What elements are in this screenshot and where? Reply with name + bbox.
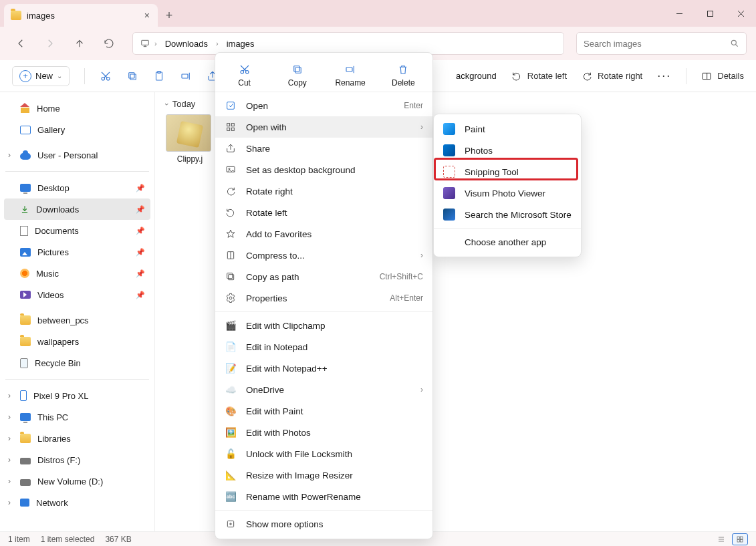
monitor-icon bbox=[140, 39, 150, 48]
cut-icon[interactable] bbox=[100, 70, 112, 82]
sidebar-folder[interactable]: wallpapers bbox=[4, 331, 150, 352]
ctx-cut[interactable]: Cut bbox=[225, 61, 265, 90]
paste-icon[interactable] bbox=[153, 70, 165, 82]
up-button[interactable] bbox=[68, 32, 91, 55]
ctx-resizer[interactable]: 📐Resize with Image Resizer bbox=[215, 464, 432, 486]
ctx-more-options[interactable]: Show more options bbox=[215, 513, 432, 535]
details-button[interactable]: Details bbox=[701, 71, 744, 82]
minimize-button[interactable] bbox=[664, 0, 695, 27]
ctx-copy-path[interactable]: Copy as pathCtrl+Shift+C bbox=[215, 266, 432, 287]
search-icon bbox=[730, 39, 739, 48]
thumbnails-view-button[interactable] bbox=[732, 533, 748, 545]
ctx-rotate-left[interactable]: Rotate left bbox=[215, 202, 432, 223]
rename-icon: 🔤 bbox=[225, 491, 237, 503]
more-button[interactable]: ··· bbox=[657, 69, 671, 83]
sidebar-recycle[interactable]: Recycle Bin bbox=[4, 352, 150, 374]
sidebar-thispc[interactable]: This PC bbox=[4, 406, 150, 428]
sidebar-drive[interactable]: Distros (F:) bbox=[4, 449, 150, 470]
forward-button[interactable] bbox=[39, 32, 61, 55]
ctx-properties[interactable]: PropertiesAlt+Enter bbox=[215, 287, 432, 309]
active-tab[interactable]: images × bbox=[4, 4, 158, 27]
ctx-favorites[interactable]: Add to Favorites bbox=[215, 223, 432, 245]
sidebar-drive[interactable]: New Volume (D:) bbox=[4, 470, 150, 492]
svg-rect-17 bbox=[703, 73, 711, 79]
ctx-open[interactable]: OpenEnter bbox=[215, 95, 432, 116]
sidebar-folder[interactable]: between_pcs bbox=[4, 309, 150, 331]
svg-rect-44 bbox=[741, 539, 743, 542]
details-view-button[interactable] bbox=[713, 533, 729, 545]
submenu-photos[interactable]: Photos bbox=[434, 140, 581, 161]
download-icon bbox=[20, 204, 29, 214]
ctx-copy[interactable]: Copy bbox=[277, 61, 318, 90]
desktop-icon bbox=[20, 184, 31, 192]
file-thumbnail[interactable]: Clippy.j bbox=[166, 114, 214, 164]
pin-icon: 📌 bbox=[136, 269, 145, 278]
sidebar-network[interactable]: Network bbox=[4, 492, 150, 513]
sidebar-gallery[interactable]: Gallery bbox=[4, 119, 150, 140]
submenu-ms-store[interactable]: Search the Microsoft Store bbox=[434, 204, 581, 225]
photos-icon: 🖼️ bbox=[225, 426, 237, 438]
submenu-paint[interactable]: Paint bbox=[434, 118, 581, 140]
onedrive-icon: ☁️ bbox=[225, 384, 237, 396]
ctx-locksmith[interactable]: 🔓Unlock with File Locksmith bbox=[215, 443, 432, 464]
back-button[interactable] bbox=[9, 32, 32, 55]
ctx-paint[interactable]: 🎨Edit with Paint bbox=[215, 400, 432, 422]
submenu-visum[interactable]: Visum Photo Viewer bbox=[434, 182, 581, 204]
ctx-photos[interactable]: 🖼️Edit with Photos bbox=[215, 422, 432, 443]
sidebar-home[interactable]: Home bbox=[4, 98, 150, 119]
svg-rect-21 bbox=[295, 67, 301, 73]
ctx-compress[interactable]: Compress to...› bbox=[215, 245, 432, 266]
sidebar-documents[interactable]: Documents📌 bbox=[4, 220, 150, 241]
sidebar-pictures[interactable]: Pictures📌 bbox=[4, 241, 150, 263]
search-box[interactable] bbox=[576, 32, 747, 55]
ctx-share[interactable]: Share bbox=[215, 138, 432, 159]
ctx-clipchamp[interactable]: 🎬Edit with Clipchamp bbox=[215, 315, 432, 336]
rename-icon[interactable] bbox=[180, 70, 192, 82]
rotate-right-button[interactable]: Rotate right bbox=[582, 71, 642, 82]
breadcrumb-item[interactable]: images bbox=[223, 39, 259, 49]
ctx-notepadpp[interactable]: 📝Edit with Notepad++ bbox=[215, 358, 432, 379]
search-input[interactable] bbox=[584, 39, 730, 49]
ctx-open-with[interactable]: Open with› bbox=[215, 116, 432, 138]
svg-rect-25 bbox=[227, 102, 235, 110]
sidebar-music[interactable]: Music📌 bbox=[4, 263, 150, 284]
sidebar-user[interactable]: User - Personal bbox=[4, 144, 150, 166]
sidebar-videos[interactable]: Videos📌 bbox=[4, 284, 150, 305]
new-button[interactable]: + New ⌄ bbox=[12, 66, 70, 86]
breadcrumb-item[interactable]: Downloads bbox=[161, 39, 212, 49]
ctx-set-background[interactable]: Set as desktop background bbox=[215, 159, 432, 180]
rotate-left-button[interactable]: Rotate left bbox=[511, 71, 567, 82]
notepadpp-icon: 📝 bbox=[225, 362, 237, 374]
paint-app-icon bbox=[443, 123, 455, 135]
close-button[interactable] bbox=[725, 0, 756, 27]
ctx-delete[interactable]: Delete bbox=[383, 61, 423, 90]
sidebar-libraries[interactable]: Libraries bbox=[4, 428, 150, 449]
pin-icon: 📌 bbox=[136, 248, 145, 257]
submenu-choose-another[interactable]: Choose another app bbox=[434, 231, 581, 253]
ctx-rotate-right[interactable]: Rotate right bbox=[215, 180, 432, 202]
maximize-button[interactable] bbox=[695, 0, 725, 27]
sidebar-device[interactable]: Pixel 9 Pro XL bbox=[4, 385, 150, 406]
new-tab-button[interactable]: + bbox=[158, 4, 180, 27]
svg-rect-12 bbox=[129, 72, 134, 78]
submenu-snipping-tool[interactable]: Snipping Tool bbox=[434, 161, 581, 182]
svg-rect-34 bbox=[229, 275, 234, 280]
sidebar-desktop[interactable]: Desktop📌 bbox=[4, 177, 150, 198]
ctx-rename[interactable]: Rename bbox=[330, 61, 370, 90]
ctx-powerrename[interactable]: 🔤Rename with PowerRename bbox=[215, 486, 432, 507]
ctx-onedrive[interactable]: ☁️OneDrive› bbox=[215, 379, 432, 400]
copy-icon[interactable] bbox=[126, 70, 138, 82]
properties-icon bbox=[225, 292, 237, 304]
window-controls bbox=[664, 0, 756, 27]
resize-icon: 📐 bbox=[225, 469, 237, 481]
ctx-notepad[interactable]: 📄Edit in Notepad bbox=[215, 336, 432, 358]
set-background-label-fragment[interactable]: ackground bbox=[456, 71, 497, 81]
titlebar: images × + bbox=[0, 0, 756, 27]
refresh-button[interactable] bbox=[98, 32, 120, 55]
plus-icon: + bbox=[19, 70, 31, 82]
tab-close-button[interactable]: × bbox=[144, 10, 150, 21]
chevron-right-icon: › bbox=[216, 39, 219, 47]
sidebar-downloads[interactable]: Downloads📌 bbox=[4, 198, 150, 220]
address-bar[interactable]: › Downloads › images bbox=[132, 32, 564, 55]
music-icon bbox=[20, 269, 29, 278]
